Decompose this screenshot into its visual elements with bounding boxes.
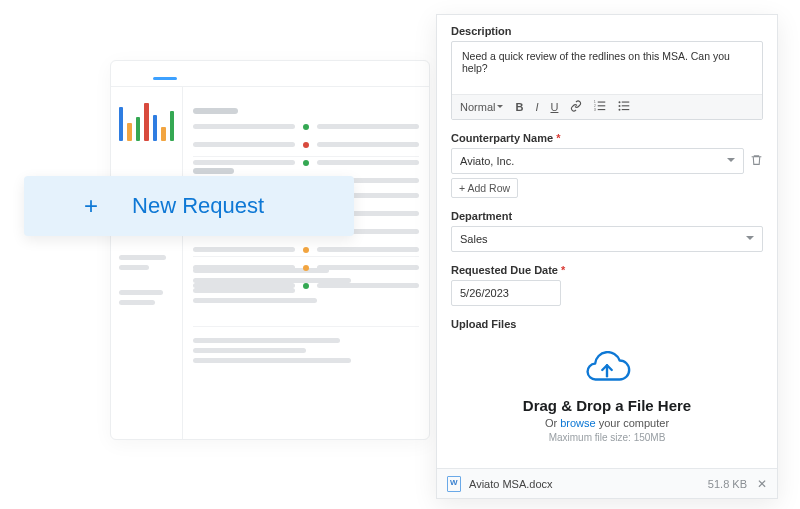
new-request-button[interactable]: + New Request: [24, 176, 354, 236]
underline-button[interactable]: U: [550, 101, 558, 113]
department-label: Department: [451, 210, 763, 222]
bold-button[interactable]: B: [515, 101, 523, 113]
dashboard-wireframe: [110, 60, 430, 440]
dropzone-title: Drag & Drop a File Here: [458, 397, 756, 414]
file-dropzone[interactable]: Drag & Drop a File Here Or browse your c…: [451, 334, 763, 452]
browse-link[interactable]: browse: [560, 417, 595, 429]
counterparty-label: Counterparty Name *: [451, 132, 763, 144]
attached-file-row: Aviato MSA.docx 51.8 KB ✕: [437, 468, 777, 498]
link-button[interactable]: [570, 100, 582, 114]
cloud-upload-icon: [581, 351, 633, 389]
dashboard-tabs: [111, 61, 429, 87]
svg-point-6: [619, 101, 621, 103]
new-request-label: New Request: [132, 193, 264, 219]
dashboard-sidebar: [111, 87, 183, 439]
dropzone-subtitle: Or browse your computer: [458, 417, 756, 429]
rich-text-toolbar: Normal B I U 123: [452, 94, 762, 119]
italic-button[interactable]: I: [535, 101, 538, 113]
ordered-list-button[interactable]: 123: [594, 100, 606, 114]
remove-file-icon[interactable]: ✕: [757, 477, 767, 491]
counterparty-select[interactable]: Aviato, Inc.: [451, 148, 744, 174]
dropzone-hint: Maximum file size: 150MB: [458, 432, 756, 443]
due-date-label: Requested Due Date *: [451, 264, 763, 276]
svg-rect-10: [622, 105, 630, 106]
word-doc-icon: [447, 476, 461, 492]
upload-label: Upload Files: [451, 318, 763, 330]
svg-point-8: [619, 109, 621, 111]
chevron-down-icon: [746, 236, 754, 244]
add-row-button[interactable]: + Add Row: [451, 178, 518, 198]
request-form-panel: Description Need a quick review of the r…: [436, 14, 778, 499]
svg-rect-11: [622, 109, 630, 110]
file-size: 51.8 KB: [708, 478, 747, 490]
plus-icon: +: [84, 192, 98, 220]
chevron-down-icon: [727, 158, 735, 166]
description-label: Description: [451, 25, 763, 37]
file-name: Aviato MSA.docx: [469, 478, 708, 490]
due-date-input[interactable]: 5/26/2023: [451, 280, 561, 306]
description-text[interactable]: Need a quick review of the redlines on t…: [452, 42, 762, 94]
format-select[interactable]: Normal: [460, 101, 503, 113]
description-editor[interactable]: Need a quick review of the redlines on t…: [451, 41, 763, 120]
svg-rect-9: [622, 102, 630, 103]
delete-row-icon[interactable]: [750, 153, 763, 170]
svg-point-7: [619, 105, 621, 107]
dashboard-main: [183, 87, 429, 439]
svg-rect-0: [598, 102, 606, 103]
svg-rect-2: [598, 109, 606, 110]
svg-rect-1: [598, 105, 606, 106]
mini-bar-chart: [119, 97, 174, 145]
department-select[interactable]: Sales: [451, 226, 763, 252]
unordered-list-button[interactable]: [618, 100, 630, 114]
svg-text:3: 3: [594, 108, 596, 112]
